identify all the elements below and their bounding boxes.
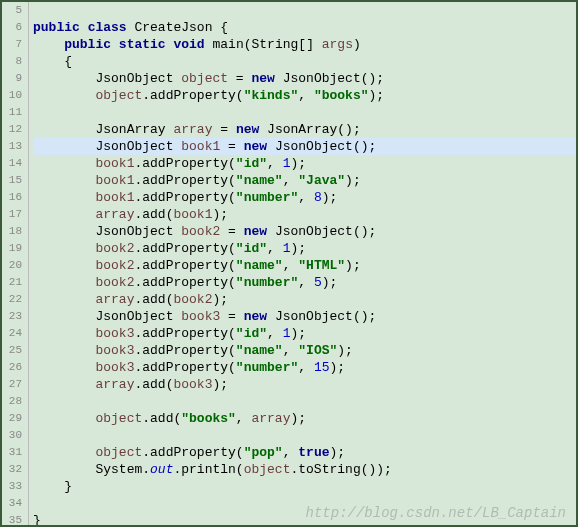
code-line[interactable] [33, 393, 576, 410]
token-str: "kinds" [244, 88, 299, 103]
token-type: JsonArray [95, 122, 165, 137]
line-number: 32 [2, 461, 22, 478]
token-pl: , [283, 445, 299, 460]
code-line[interactable]: } [33, 512, 576, 527]
token-pl: (String[] [244, 37, 322, 52]
token-var: book1 [95, 156, 134, 171]
token-num: 1 [283, 326, 291, 341]
token-pl: .add( [134, 292, 173, 307]
line-number: 14 [2, 155, 22, 172]
token-pl: , [267, 156, 283, 171]
token-kw: void [173, 37, 204, 52]
token-var: array [251, 411, 290, 426]
line-number: 17 [2, 206, 22, 223]
code-line[interactable]: array.add(book2); [33, 291, 576, 308]
token-str: "number" [236, 190, 298, 205]
token-pl: .toString()); [290, 462, 391, 477]
code-line[interactable] [33, 427, 576, 444]
code-line[interactable]: book3.addProperty("id", 1); [33, 325, 576, 342]
code-line[interactable]: } [33, 478, 576, 495]
token-pl: ) [353, 37, 361, 52]
token-pl: , [236, 411, 252, 426]
token-var: book2 [95, 275, 134, 290]
line-number: 24 [2, 325, 22, 342]
code-line[interactable]: array.add(book1); [33, 206, 576, 223]
token-var: book3 [95, 360, 134, 375]
token-pl: .addProperty( [134, 275, 235, 290]
token-pl: ); [330, 360, 346, 375]
token-var: array [95, 207, 134, 222]
token-kw: new [236, 122, 259, 137]
code-line[interactable]: object.add("books", array); [33, 410, 576, 427]
token-str: "name" [236, 343, 283, 358]
token-str: "number" [236, 275, 298, 290]
code-line[interactable]: public static void main(String[] args) [33, 36, 576, 53]
token-pl: , [283, 343, 299, 358]
code-line[interactable]: JsonObject book2 = new JsonObject(); [33, 223, 576, 240]
token-pl: { [64, 54, 72, 69]
code-line[interactable]: book2.addProperty("number", 5); [33, 274, 576, 291]
token-type: JsonObject [95, 224, 173, 239]
token-pl [111, 37, 119, 52]
token-pl [205, 37, 213, 52]
token-var: object [95, 88, 142, 103]
token-var: book3 [181, 309, 220, 324]
token-pl: , [298, 275, 314, 290]
token-var: args [322, 37, 353, 52]
token-kw: public [33, 20, 80, 35]
token-num: 1 [283, 241, 291, 256]
token-str: "Java" [298, 173, 345, 188]
token-var: object [244, 462, 291, 477]
token-var: book1 [95, 190, 134, 205]
line-number: 6 [2, 19, 22, 36]
code-line[interactable]: object.addProperty("pop", true); [33, 444, 576, 461]
code-line[interactable]: book1.addProperty("id", 1); [33, 155, 576, 172]
token-pl [80, 20, 88, 35]
code-line[interactable]: System.out.println(object.toString()); [33, 461, 576, 478]
code-line[interactable] [33, 104, 576, 121]
code-line[interactable]: book1.addProperty("name", "Java"); [33, 172, 576, 189]
code-line[interactable]: JsonObject book3 = new JsonObject(); [33, 308, 576, 325]
code-line[interactable]: book1.addProperty("number", 8); [33, 189, 576, 206]
token-kw: static [119, 37, 166, 52]
token-pl: JsonObject(); [267, 139, 376, 154]
line-number: 28 [2, 393, 22, 410]
token-cls: CreateJson [134, 20, 212, 35]
code-line[interactable]: book2.addProperty("name", "HTML"); [33, 257, 576, 274]
token-str: "id" [236, 156, 267, 171]
token-pl: .addProperty( [134, 326, 235, 341]
token-pl: ); [291, 241, 307, 256]
token-str: "number" [236, 360, 298, 375]
code-line[interactable] [33, 2, 576, 19]
token-num: 15 [314, 360, 330, 375]
token-pl: { [212, 20, 228, 35]
code-line[interactable]: array.add(book3); [33, 376, 576, 393]
code-line[interactable]: object.addProperty("kinds", "books"); [33, 87, 576, 104]
token-pl: , [283, 173, 299, 188]
token-pl: , [298, 190, 314, 205]
token-var: array [95, 292, 134, 307]
code-line[interactable] [33, 495, 576, 512]
token-type: JsonObject [95, 139, 173, 154]
code-area[interactable]: public class CreateJson { public static … [29, 2, 576, 525]
code-line[interactable]: JsonObject book1 = new JsonObject(); [33, 138, 576, 155]
code-line[interactable]: JsonArray array = new JsonArray(); [33, 121, 576, 138]
code-line[interactable]: book3.addProperty("number", 15); [33, 359, 576, 376]
line-number: 25 [2, 342, 22, 359]
code-line[interactable]: { [33, 53, 576, 70]
line-number: 29 [2, 410, 22, 427]
token-kw: new [244, 309, 267, 324]
code-line[interactable]: public class CreateJson { [33, 19, 576, 36]
token-pl: .addProperty( [134, 360, 235, 375]
token-pl: ); [345, 258, 361, 273]
line-number: 8 [2, 53, 22, 70]
code-line[interactable]: book3.addProperty("name", "IOS"); [33, 342, 576, 359]
token-pl: .addProperty( [134, 173, 235, 188]
line-number: 9 [2, 70, 22, 87]
token-str: "books" [314, 88, 369, 103]
token-pl: = [212, 122, 235, 137]
token-pl: , [267, 326, 283, 341]
token-pl: ); [368, 88, 384, 103]
code-line[interactable]: JsonObject object = new JsonObject(); [33, 70, 576, 87]
code-line[interactable]: book2.addProperty("id", 1); [33, 240, 576, 257]
